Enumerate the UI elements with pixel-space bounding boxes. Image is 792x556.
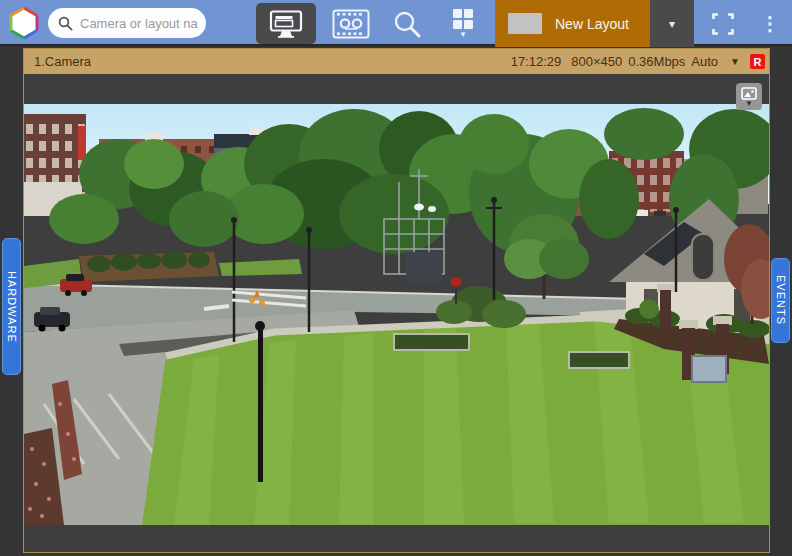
picture-icon — [741, 87, 757, 100]
camera-status: 17:12:29 800×450 0.36Mbps Auto ▼ R — [511, 54, 769, 69]
layout-tab-label: New Layout — [555, 16, 629, 32]
fullscreen-icon — [712, 13, 734, 35]
camera-video-frame — [24, 104, 769, 525]
sidebar-tab-events[interactable]: EVENTS — [771, 258, 790, 343]
layout-grid-icon — [453, 9, 473, 29]
magnifier-icon — [392, 9, 422, 39]
save-snapshot-button[interactable]: ▼ — [736, 83, 762, 110]
layout-thumbnail — [508, 13, 542, 34]
fullscreen-button[interactable] — [702, 3, 744, 44]
sidebar-tab-hardware[interactable]: HARDWARE — [2, 238, 21, 375]
cassette-icon — [332, 9, 370, 39]
monitor-icon — [269, 10, 303, 38]
status-quality: Auto — [691, 54, 718, 69]
more-menu-button[interactable]: ⋮ — [752, 3, 788, 44]
status-resolution: 800×450 — [571, 54, 622, 69]
app-logo-hexagon-icon[interactable] — [6, 5, 42, 41]
video-area[interactable]: ▼ — [24, 74, 769, 552]
camera-title: 1.Camera — [24, 54, 511, 69]
tab-new-layout[interactable]: New Layout — [495, 0, 650, 47]
camera-titlebar[interactable]: 1.Camera 17:12:29 800×450 0.36Mbps Auto … — [24, 49, 769, 74]
layouts-button[interactable]: ▾ — [438, 3, 488, 44]
camera-cell[interactable]: 1.Camera 17:12:29 800×450 0.36Mbps Auto … — [23, 48, 770, 553]
app-window: ▾ New Layout ▾ ⋮ 1.Camera 17:12:29 — [0, 0, 792, 556]
live-view-button[interactable] — [256, 3, 316, 44]
status-time: 17:12:29 — [511, 54, 562, 69]
stream-caret-icon[interactable]: ▼ — [730, 56, 740, 67]
chevron-down-icon: ▾ — [461, 31, 466, 38]
recording-badge: R — [750, 54, 765, 69]
search-icon — [58, 16, 73, 31]
download-arrow-icon: ▼ — [745, 100, 753, 107]
search-field[interactable] — [48, 8, 206, 38]
layout-tab-dropdown[interactable]: ▾ — [650, 0, 694, 47]
status-bitrate: 0.36Mbps — [628, 54, 685, 69]
archive-view-button[interactable] — [328, 3, 374, 44]
smart-search-button[interactable] — [384, 3, 430, 44]
main-toolbar: ▾ New Layout ▾ ⋮ — [0, 0, 792, 46]
search-input[interactable] — [80, 16, 200, 31]
